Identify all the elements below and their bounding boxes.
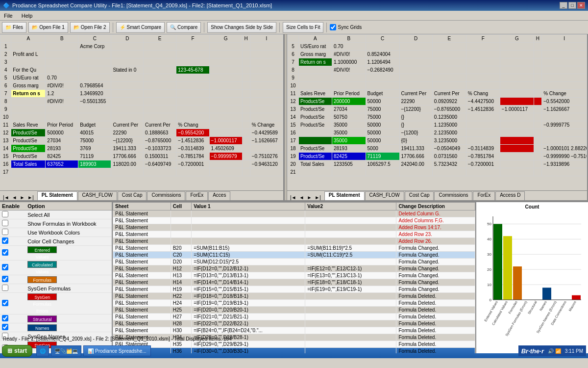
sheet2-cell[interactable]: 0.70 xyxy=(332,43,366,51)
sheet1-cell[interactable] xyxy=(11,98,46,105)
sheet1-cell[interactable]: 6 xyxy=(0,82,11,90)
tab-commissions[interactable]: Commissions xyxy=(147,191,185,200)
sheet1-cell[interactable] xyxy=(111,43,144,51)
sheet1-cell[interactable] xyxy=(176,168,209,176)
sheet2-cell[interactable]: Return on s xyxy=(298,58,332,66)
sheet1-cell[interactable]: 1.2 xyxy=(46,90,78,98)
sheet1-cell[interactable] xyxy=(209,58,242,66)
sheet1-cell[interactable]: 19411.333 xyxy=(111,145,144,153)
sheet2-cell[interactable] xyxy=(366,74,399,82)
sheet2-cell[interactable]: 75000 xyxy=(366,113,399,121)
sheet2-cell[interactable] xyxy=(542,66,587,74)
sheet2-cell[interactable] xyxy=(542,82,587,90)
option-checkbox[interactable] xyxy=(2,249,8,256)
sheet2-cell[interactable]: 11 xyxy=(288,90,299,98)
open-file1-button[interactable]: 📂 Open File 1 xyxy=(28,22,68,33)
sheet1-cell[interactable] xyxy=(11,113,46,121)
sheet1-cell[interactable] xyxy=(250,74,283,82)
option-checkbox[interactable] xyxy=(2,237,8,244)
sheet1-cell[interactable]: 0.1888663 xyxy=(144,129,176,137)
sheet1-cell[interactable]: 0.70 xyxy=(46,74,78,82)
sheet2-cell[interactable] xyxy=(432,43,466,51)
sheet1-cell[interactable] xyxy=(176,105,209,113)
sheet2-cell[interactable]: −0.7851784 xyxy=(466,153,500,160)
tab-first2[interactable]: |◄ xyxy=(289,195,297,200)
sheet2-cell[interactable] xyxy=(298,129,332,137)
sheet2-cell[interactable] xyxy=(534,82,541,90)
sheet2-cell[interactable]: {} xyxy=(399,113,432,121)
sheet1-cell[interactable]: −0.1033723 xyxy=(144,145,176,153)
sheet1-scroll[interactable]: A B C D E F G H I 1Acme Corp2Profit and … xyxy=(0,34,283,190)
sheet1-cell[interactable]: 2 xyxy=(0,51,11,58)
sheet2-cell[interactable]: −0.5542000 xyxy=(542,98,587,105)
sheet1-cell[interactable]: 17 xyxy=(0,168,11,176)
sheet1-cell[interactable]: 40015 xyxy=(78,129,111,137)
sheet2-cell[interactable]: 3.1235000 xyxy=(432,137,466,145)
sheet1-cell[interactable] xyxy=(176,113,209,121)
sheet1-cell[interactable]: Budget xyxy=(78,121,111,129)
sheet2-cell[interactable] xyxy=(500,90,534,98)
sheet1-cell[interactable] xyxy=(250,113,283,121)
sheet2-cell[interactable] xyxy=(466,113,500,121)
tab-acces[interactable]: Acces xyxy=(208,191,230,200)
sheet1-cell[interactable]: 0.1500311 xyxy=(144,153,176,160)
smart-compare-button[interactable]: ⚡ Smart Compare xyxy=(116,22,165,33)
sheet1-cell[interactable] xyxy=(46,51,78,58)
sheet2-cell[interactable] xyxy=(534,90,541,98)
sheet2-cell[interactable] xyxy=(534,129,541,137)
sheet2-cell[interactable] xyxy=(466,129,500,137)
sheet2-cell[interactable]: −1.4512836 xyxy=(466,105,500,113)
sheet1-cell[interactable] xyxy=(250,51,283,58)
sheet2-cell[interactable]: 71119 xyxy=(366,153,399,160)
sheet1-cell[interactable] xyxy=(111,90,144,98)
sheet2-cell[interactable] xyxy=(500,160,534,168)
tab-cash-flow[interactable]: CASH_FLOW xyxy=(78,191,117,200)
change-row[interactable]: P&L StatementAdded Rows 14:17. xyxy=(113,224,475,231)
sheet2-cell[interactable]: 50000 xyxy=(366,121,399,129)
sheet1-cell[interactable] xyxy=(242,105,250,113)
sheet2-cell[interactable]: 0.0920922 xyxy=(432,98,466,105)
sheet2-cell[interactable] xyxy=(534,74,541,82)
sheet1-cell[interactable] xyxy=(11,105,46,113)
sheet2-cell[interactable]: −0.0504049 xyxy=(432,145,466,153)
sheet1-cell[interactable]: −{12200} xyxy=(111,137,144,145)
sheet1-cell[interactable]: 14 xyxy=(0,145,11,153)
sheet1-cell[interactable] xyxy=(250,145,283,153)
sheet1-cell[interactable] xyxy=(78,105,111,113)
tab-cost-cap[interactable]: Cost Cap xyxy=(118,191,147,200)
option-checkbox[interactable] xyxy=(2,220,8,226)
sheet1-cell[interactable]: Stated in 0 xyxy=(111,66,144,74)
sheet2-cell[interactable]: 21 xyxy=(288,168,299,176)
sheet2-cell[interactable]: 50000 xyxy=(366,98,399,105)
sheet1-cell[interactable]: 500000 xyxy=(46,129,78,137)
sheet2-cell[interactable]: −4.4427500 xyxy=(466,98,500,105)
sheet1-cell[interactable] xyxy=(111,74,144,82)
sheet1-cell[interactable] xyxy=(144,82,176,90)
sheet1-cell[interactable] xyxy=(242,160,250,168)
sheet1-cell[interactable] xyxy=(242,74,250,82)
sheet2-cell[interactable] xyxy=(500,66,534,74)
sheet1-cell[interactable]: 17706.666 xyxy=(111,153,144,160)
sheet2-cell[interactable]: 14 xyxy=(288,113,299,121)
change-row[interactable]: P&L StatementAdded Row 23. xyxy=(113,231,475,238)
sheet1-cell[interactable] xyxy=(242,121,250,129)
sheet2-cell[interactable] xyxy=(432,66,466,74)
sheet2-cell[interactable] xyxy=(542,113,587,121)
sheet1-cell[interactable]: −0.7510276 xyxy=(250,153,283,160)
sheet2-cell[interactable]: 9 xyxy=(288,74,299,82)
sheet2-cell[interactable] xyxy=(500,153,534,160)
sheet2-cell[interactable] xyxy=(399,168,432,176)
sheet2-cell[interactable]: 35000 xyxy=(332,121,366,129)
sheet1-cell[interactable] xyxy=(209,90,242,98)
sheet1-cell[interactable]: 9 xyxy=(0,105,11,113)
sheet2-cell[interactable] xyxy=(466,66,500,74)
sheet2-cell[interactable]: −0.7200001 xyxy=(466,160,500,168)
sheet2-cell[interactable] xyxy=(432,82,466,90)
sheet1-cell[interactable] xyxy=(46,113,78,121)
sheet2-cell[interactable] xyxy=(466,74,500,82)
sheet2-cell[interactable] xyxy=(542,58,587,66)
sheet2-cell[interactable]: −1.0000101 2.8822667 xyxy=(542,145,587,153)
start-button[interactable]: ⊞ start xyxy=(2,345,32,357)
sheet1-cell[interactable]: 15 xyxy=(0,153,11,160)
sheet1-cell[interactable] xyxy=(78,168,111,176)
